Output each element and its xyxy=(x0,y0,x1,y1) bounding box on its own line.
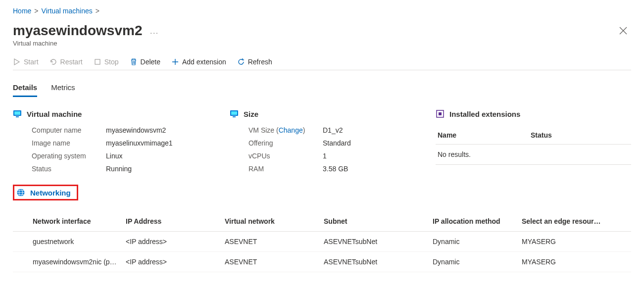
globe-icon xyxy=(16,188,25,197)
chevron-right-icon: > xyxy=(96,7,99,15)
cell-alloc: Dynamic xyxy=(429,252,518,272)
page-title: myasewindowsvm2 xyxy=(13,23,142,39)
breadcrumb-virtual-machines[interactable]: Virtual machines xyxy=(42,7,93,15)
table-row[interactable]: myasewindowsvm2nic (p… <IP address> ASEV… xyxy=(13,252,631,272)
cell-ip: <IP address> xyxy=(122,232,221,252)
svg-rect-7 xyxy=(231,111,237,115)
cell-edge: MYASERG xyxy=(518,252,631,272)
vm-properties: Computer name myasewindowsvm2 Image name… xyxy=(13,126,220,173)
trash-icon xyxy=(130,58,138,66)
net-col-vnet[interactable]: Virtual network xyxy=(221,211,320,232)
section-virtual-machine: Virtual machine xyxy=(13,109,220,118)
delete-button[interactable]: Delete xyxy=(130,58,160,66)
svg-rect-10 xyxy=(439,112,442,115)
cell-subnet: ASEVNETsubNet xyxy=(320,232,429,252)
net-col-subnet[interactable]: Subnet xyxy=(320,211,429,232)
section-extensions: Installed extensions xyxy=(436,109,631,118)
close-button[interactable] xyxy=(615,23,631,39)
net-col-alloc[interactable]: IP allocation method xyxy=(429,211,518,232)
more-actions-icon[interactable]: ··· xyxy=(150,29,159,37)
networking-table: Network interface IP Address Virtual net… xyxy=(13,211,631,272)
cell-nic: guestnetwork xyxy=(33,238,117,246)
net-col-nic[interactable]: Network interface xyxy=(13,211,122,232)
size-properties: VM Size (Change) D1_v2 Offering Standard… xyxy=(230,126,426,173)
section-virtual-machine-title: Virtual machine xyxy=(27,110,82,118)
monitor-icon xyxy=(230,109,239,118)
net-col-ip[interactable]: IP Address xyxy=(122,211,221,232)
stop-button[interactable]: Stop xyxy=(94,58,119,66)
restart-button[interactable]: Restart xyxy=(50,58,83,66)
ext-col-status[interactable]: Status xyxy=(529,126,631,145)
value-vm-size: D1_v2 xyxy=(323,126,426,134)
play-icon xyxy=(13,58,21,66)
resource-type-label: Virtual machine xyxy=(13,40,615,47)
table-row[interactable]: guestnetwork <IP address> ASEVNET ASEVNE… xyxy=(13,232,631,252)
refresh-label: Refresh xyxy=(248,58,272,66)
add-extension-button[interactable]: Add extension xyxy=(171,58,226,66)
breadcrumb-home[interactable]: Home xyxy=(13,7,31,15)
cell-alloc: Dynamic xyxy=(429,232,518,252)
value-offering: Standard xyxy=(323,139,426,147)
networking-link[interactable]: Networking xyxy=(30,189,71,197)
ext-col-name[interactable]: Name xyxy=(436,126,529,145)
breadcrumb: Home > Virtual machines > xyxy=(13,5,631,17)
tab-metrics[interactable]: Metrics xyxy=(51,81,75,96)
command-bar: Start Restart Stop Delete Add extension … xyxy=(13,58,631,70)
label-status: Status xyxy=(32,165,106,173)
table-row-empty: No results. xyxy=(436,145,631,165)
label-vcpus: vCPUs xyxy=(248,152,323,160)
refresh-button[interactable]: Refresh xyxy=(237,58,272,66)
stop-icon xyxy=(94,58,101,66)
section-size: Size xyxy=(230,109,426,118)
chevron-right-icon: > xyxy=(34,7,38,15)
value-computer-name: myasewindowsvm2 xyxy=(106,126,220,134)
tab-details[interactable]: Details xyxy=(13,81,37,96)
restart-label: Restart xyxy=(60,58,83,66)
cell-vnet: ASEVNET xyxy=(221,232,320,252)
section-size-title: Size xyxy=(244,110,258,118)
value-vcpus: 1 xyxy=(323,152,426,160)
label-vm-size: VM Size (Change) xyxy=(248,126,323,134)
label-computer-name: Computer name xyxy=(32,126,106,134)
value-status: Running xyxy=(106,165,220,173)
value-image-name: myaselinuxvmimage1 xyxy=(106,139,220,147)
start-button[interactable]: Start xyxy=(13,58,39,66)
net-col-edge[interactable]: Select an edge resour… xyxy=(518,211,631,232)
plus-icon xyxy=(171,58,179,66)
cell-edge: MYASERG xyxy=(518,232,631,252)
value-ram: 3.58 GB xyxy=(323,165,426,173)
start-label: Start xyxy=(24,58,39,66)
close-icon xyxy=(619,27,627,35)
svg-rect-3 xyxy=(16,116,19,117)
toolbar-separator xyxy=(13,70,631,70)
section-extensions-title: Installed extensions xyxy=(449,110,520,118)
svg-rect-0 xyxy=(95,59,100,64)
label-image-name: Image name xyxy=(32,139,106,147)
section-networking-highlight: Networking xyxy=(13,185,78,200)
extension-icon xyxy=(436,109,445,118)
change-size-link[interactable]: Change xyxy=(279,126,303,134)
cell-subnet: ASEVNETsubNet xyxy=(320,252,429,272)
restart-icon xyxy=(50,58,57,66)
add-extension-label: Add extension xyxy=(182,58,226,66)
extensions-table: Name Status No results. xyxy=(436,126,631,165)
label-ram: RAM xyxy=(248,165,323,173)
svg-rect-2 xyxy=(14,111,20,115)
cell-ip: <IP address> xyxy=(122,252,221,272)
monitor-icon xyxy=(13,109,22,118)
cell-vnet: ASEVNET xyxy=(221,252,320,272)
tab-list: Details Metrics xyxy=(13,81,631,96)
cell-nic: myasewindowsvm2nic (p… xyxy=(33,258,117,266)
value-os: Linux xyxy=(106,152,220,160)
label-offering: Offering xyxy=(248,139,323,147)
refresh-icon xyxy=(237,58,245,66)
stop-label: Stop xyxy=(104,58,119,66)
svg-rect-8 xyxy=(233,116,236,117)
label-os: Operating system xyxy=(32,152,106,160)
extensions-empty: No results. xyxy=(436,145,631,165)
delete-label: Delete xyxy=(141,58,160,66)
